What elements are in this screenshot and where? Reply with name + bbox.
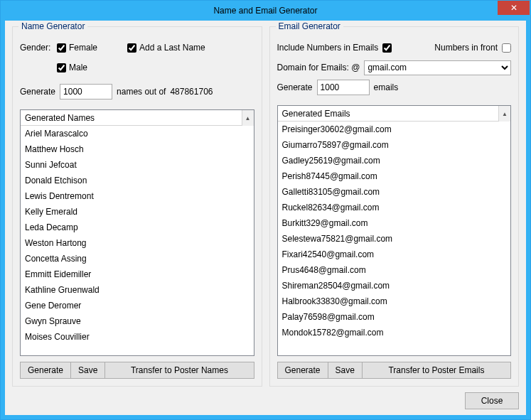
generated-names-header[interactable]: Generated Names ▲	[21, 110, 254, 126]
generate-names-mid: names out of	[117, 87, 166, 97]
domain-select[interactable]: gmail.com	[364, 60, 511, 75]
client-area: Name Generator Gender: Female Add a Last…	[1, 21, 530, 419]
generated-emails-body[interactable]: Preisinger30602@gmail.comGiumarro75897@g…	[278, 122, 511, 355]
list-item[interactable]: Perish87445@gmail.com	[278, 168, 511, 184]
list-item[interactable]: Mondok15782@gmail.com	[278, 325, 511, 340]
list-item[interactable]: Kathline Gruenwald	[21, 282, 254, 298]
footer: Close	[12, 387, 519, 409]
list-item[interactable]: Fixari42540@gmail.com	[278, 247, 511, 262]
total-names-value: 487861706	[170, 87, 213, 97]
list-item[interactable]: Kelly Emerald	[21, 204, 254, 220]
gender-row: Gender: Female Add a Last Name	[20, 40, 254, 55]
numbers-front-label: Numbers in front	[434, 43, 498, 53]
transfer-names-button[interactable]: Transfer to Poster Names	[104, 362, 254, 379]
email-generator-legend: Email Generator	[276, 21, 343, 31]
email-generator-group: Email Generator Include Numbers in Email…	[269, 26, 520, 387]
generate-emails-button[interactable]: Generate	[277, 362, 328, 379]
add-last-name-label: Add a Last Name	[139, 43, 205, 53]
window-title: Name and Email Generator	[1, 6, 530, 16]
generated-emails-header-label: Generated Emails	[282, 109, 350, 119]
name-generator-legend: Name Generator	[18, 21, 87, 31]
generated-emails-list[interactable]: Generated Emails ▲ Preisinger30602@gmail…	[277, 105, 512, 356]
generate-emails-row: Generate emails	[277, 80, 512, 95]
list-item[interactable]: Moises Couvillier	[21, 329, 254, 345]
generate-emails-prefix: Generate	[277, 82, 313, 92]
list-item[interactable]: Preisinger30602@gmail.com	[278, 122, 511, 137]
list-item[interactable]: Ruckel82634@gmail.com	[278, 200, 511, 215]
generate-names-button[interactable]: Generate	[20, 362, 71, 379]
include-numbers-row: Include Numbers in Emails Numbers in fro…	[277, 40, 512, 55]
chevron-up-icon[interactable]: ▲	[242, 110, 254, 126]
male-checkbox-wrap[interactable]: Male	[57, 63, 87, 72]
male-checkbox[interactable]	[57, 63, 66, 72]
generate-names-row: Generate names out of 487861706	[20, 84, 254, 99]
domain-row: Domain for Emails: @ gmail.com	[277, 60, 512, 75]
names-button-row: Generate Save Transfer to Poster Names	[20, 362, 254, 379]
numbers-front-checkbox[interactable]	[502, 43, 511, 53]
save-emails-button[interactable]: Save	[328, 362, 363, 379]
list-item[interactable]: Gadley25619@gmail.com	[278, 153, 511, 168]
list-item[interactable]: Gwyn Sprauve	[21, 313, 254, 329]
list-item[interactable]: Matthew Hosch	[21, 141, 254, 157]
app-window: Name and Email Generator ✕ Name Generato…	[0, 0, 531, 420]
list-item[interactable]: Burkitt329@gmail.com	[278, 215, 511, 231]
list-item[interactable]: Sunni Jefcoat	[21, 157, 254, 173]
transfer-emails-button[interactable]: Transfer to Poster Emails	[362, 362, 511, 379]
generated-names-body[interactable]: Ariel MarascalcoMatthew HoschSunni Jefco…	[21, 126, 254, 355]
list-item[interactable]: Emmitt Eidemiller	[21, 266, 254, 282]
list-item[interactable]: Concetta Assing	[21, 251, 254, 266]
domain-label: Domain for Emails: @	[277, 63, 360, 72]
female-label: Female	[69, 43, 97, 53]
close-icon[interactable]: ✕	[498, 1, 530, 15]
close-button[interactable]: Close	[465, 392, 519, 409]
list-item[interactable]: Gene Deromer	[21, 298, 254, 313]
list-item[interactable]: Leda Decamp	[21, 220, 254, 235]
emails-button-row: Generate Save Transfer to Poster Emails	[277, 362, 512, 379]
include-numbers-label: Include Numbers in Emails	[277, 43, 379, 53]
list-item[interactable]: Lewis Dentremont	[21, 188, 254, 204]
generate-emails-count-input[interactable]	[317, 80, 370, 95]
add-last-name-checkbox-wrap[interactable]: Add a Last Name	[127, 43, 205, 53]
gender-row-2: Male	[20, 60, 254, 75]
name-generator-group: Name Generator Gender: Female Add a Last…	[12, 26, 262, 387]
female-checkbox-wrap[interactable]: Female	[57, 43, 97, 53]
list-item[interactable]: Prus4648@gmail.com	[278, 262, 511, 278]
list-item[interactable]: Ariel Marascalco	[21, 126, 254, 141]
generated-names-header-label: Generated Names	[25, 113, 95, 123]
list-item[interactable]: Donald Etchison	[21, 173, 254, 188]
generated-emails-header[interactable]: Generated Emails ▲	[278, 106, 511, 122]
titlebar[interactable]: Name and Email Generator ✕	[1, 1, 530, 21]
generate-names-count-input[interactable]	[60, 84, 112, 99]
generate-names-prefix: Generate	[20, 87, 55, 97]
female-checkbox[interactable]	[57, 43, 66, 53]
save-names-button[interactable]: Save	[70, 362, 105, 379]
list-item[interactable]: Weston Hartong	[21, 235, 254, 251]
chevron-up-icon[interactable]: ▲	[498, 106, 510, 122]
list-item[interactable]: Selestewa75821@gmail.com	[278, 231, 511, 247]
gender-label: Gender:	[20, 43, 53, 53]
generate-emails-suffix: emails	[374, 82, 399, 92]
list-item[interactable]: Shireman28504@gmail.com	[278, 278, 511, 294]
list-item[interactable]: Giumarro75897@gmail.com	[278, 137, 511, 153]
generated-names-list[interactable]: Generated Names ▲ Ariel MarascalcoMatthe…	[20, 109, 254, 356]
male-label: Male	[69, 63, 87, 72]
include-numbers-checkbox[interactable]	[382, 43, 392, 53]
list-item[interactable]: Halbrook33830@gmail.com	[278, 294, 511, 309]
list-item[interactable]: Galletti83105@gmail.com	[278, 184, 511, 200]
panels: Name Generator Gender: Female Add a Last…	[12, 26, 519, 387]
add-last-name-checkbox[interactable]	[127, 43, 136, 53]
list-item[interactable]: Palay76598@gmail.com	[278, 309, 511, 325]
